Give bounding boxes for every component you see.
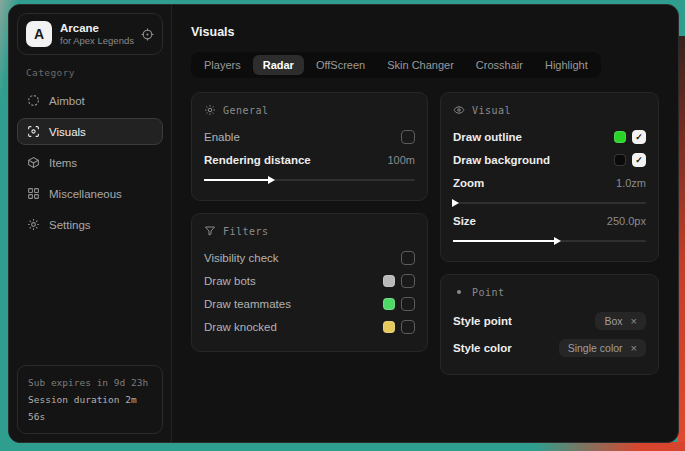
close-icon[interactable]: × <box>631 343 637 354</box>
draw-outline-checkbox[interactable]: ✓ <box>632 130 646 144</box>
draw-teammates-color-swatch[interactable] <box>383 298 395 310</box>
setting-value: 100m <box>387 154 415 166</box>
draw-knocked-checkbox[interactable]: ✓ <box>401 320 415 334</box>
panel-title: General <box>223 105 269 116</box>
panel-filters-header: Filters <box>204 225 415 237</box>
setting-label: Zoom <box>453 177 484 189</box>
desktop-background-red-edge <box>678 36 685 451</box>
chip-label: Box <box>604 315 622 327</box>
gear-icon <box>27 218 40 231</box>
setting-row: Enable ✓ <box>204 126 415 148</box>
panel-visual-header: Visual <box>453 104 646 116</box>
sidebar: A Arcane for Apex Legends Category Aimbo… <box>9 5 172 442</box>
panel-title: Visual <box>472 105 511 116</box>
sidebar-item-settings[interactable]: Settings <box>17 211 163 238</box>
draw-bots-color-swatch[interactable] <box>383 275 395 287</box>
page-title: Visuals <box>191 25 659 39</box>
funnel-icon <box>204 225 216 237</box>
chip-label: Single color <box>568 342 623 354</box>
tab-radar[interactable]: Radar <box>253 55 304 75</box>
setting-row: Draw background ✓ <box>453 149 646 171</box>
main-content: Visuals Players Radar OffScreen Skin Cha… <box>172 5 678 442</box>
panel-point: Point Style point Box × Style color Sing… <box>440 274 659 375</box>
panel-title: Point <box>472 287 505 298</box>
setting-label: Draw teammates <box>204 298 291 310</box>
brand-text: Arcane for Apex Legends <box>60 21 133 47</box>
tab-skin-changer[interactable]: Skin Changer <box>377 55 464 75</box>
slider-fill <box>453 240 555 242</box>
panel-visual: Visual Draw outline ✓ Draw background <box>440 92 659 262</box>
tab-highlight[interactable]: Highlight <box>535 55 598 75</box>
size-slider[interactable] <box>453 240 646 242</box>
setting-label: Enable <box>204 131 240 143</box>
rendering-distance-slider[interactable] <box>204 179 415 181</box>
setting-row: Draw bots ✓ <box>204 270 415 292</box>
sidebar-item-label: Settings <box>49 219 91 231</box>
draw-background-color-swatch[interactable] <box>614 154 626 166</box>
panel-general: General Enable ✓ Rendering distance 100m <box>191 92 428 201</box>
sidebar-item-items[interactable]: Items <box>17 149 163 176</box>
setting-label: Draw bots <box>204 275 256 287</box>
tab-players[interactable]: Players <box>194 55 251 75</box>
desktop-background-red-bottom <box>535 442 685 451</box>
visibility-check-checkbox[interactable]: ✓ <box>401 251 415 265</box>
setting-label: Rendering distance <box>204 154 311 166</box>
draw-outline-color-swatch[interactable] <box>614 131 626 143</box>
setting-row: Draw knocked ✓ <box>204 316 415 338</box>
session-duration-text: Session duration 2m 56s <box>28 391 152 425</box>
setting-label: Visibility check <box>204 252 279 264</box>
sidebar-item-label: Miscellaneous <box>49 188 122 200</box>
style-color-select[interactable]: Single color × <box>559 339 646 357</box>
panel-title: Filters <box>223 226 269 237</box>
setting-label: Draw knocked <box>204 321 277 333</box>
app-window: A Arcane for Apex Legends Category Aimbo… <box>8 4 679 443</box>
setting-row: Zoom 1.0zm <box>453 172 646 194</box>
sub-expiry-text: Sub expires in 9d 23h <box>28 374 152 391</box>
gear-icon <box>204 104 216 116</box>
setting-label: Style color <box>453 342 512 354</box>
setting-value: 250.0px <box>607 215 646 227</box>
setting-row: Style color Single color × <box>453 335 646 361</box>
setting-label: Draw outline <box>453 131 522 143</box>
app-subtitle: for Apex Legends <box>60 35 133 47</box>
tab-crosshair[interactable]: Crosshair <box>466 55 533 75</box>
app-logo: A <box>26 21 52 47</box>
sidebar-item-aimbot[interactable]: Aimbot <box>17 87 163 114</box>
scan-eye-icon <box>27 125 40 138</box>
dot-icon <box>453 286 465 298</box>
panel-general-header: General <box>204 104 415 116</box>
layout-grid-icon <box>27 187 40 200</box>
draw-background-checkbox[interactable]: ✓ <box>632 153 646 167</box>
cube-icon <box>27 156 40 169</box>
style-point-select[interactable]: Box × <box>595 312 646 330</box>
setting-row: Style point Box × <box>453 308 646 334</box>
setting-label: Size <box>453 215 476 227</box>
panel-filters: Filters Visibility check ✓ Draw bots ✓ <box>191 213 428 352</box>
eye-icon <box>453 104 465 116</box>
sidebar-item-label: Items <box>49 157 77 169</box>
setting-row: Rendering distance 100m <box>204 149 415 171</box>
app-title: Arcane <box>60 21 133 35</box>
brand-card: A Arcane for Apex Legends <box>17 13 163 55</box>
draw-knocked-color-swatch[interactable] <box>383 321 395 333</box>
category-label: Category <box>26 67 154 78</box>
panel-point-header: Point <box>453 286 646 298</box>
close-icon[interactable]: × <box>631 316 637 327</box>
tab-bar: Players Radar OffScreen Skin Changer Cro… <box>191 52 601 78</box>
session-box: Sub expires in 9d 23h Session duration 2… <box>17 365 163 434</box>
setting-row: Size 250.0px <box>453 210 646 232</box>
sidebar-item-label: Aimbot <box>49 95 85 107</box>
sidebar-item-label: Visuals <box>49 126 86 138</box>
sidebar-item-miscellaneous[interactable]: Miscellaneous <box>17 180 163 207</box>
target-icon[interactable] <box>141 28 154 41</box>
enable-checkbox[interactable]: ✓ <box>401 130 415 144</box>
setting-row: Visibility check ✓ <box>204 247 415 269</box>
setting-row: Draw outline ✓ <box>453 126 646 148</box>
zoom-slider[interactable] <box>453 202 646 204</box>
crosshair-icon <box>27 94 40 107</box>
draw-teammates-checkbox[interactable]: ✓ <box>401 297 415 311</box>
draw-bots-checkbox[interactable]: ✓ <box>401 274 415 288</box>
sidebar-item-visuals[interactable]: Visuals <box>17 118 163 145</box>
tab-offscreen[interactable]: OffScreen <box>306 55 375 75</box>
setting-value: 1.0zm <box>616 177 646 189</box>
